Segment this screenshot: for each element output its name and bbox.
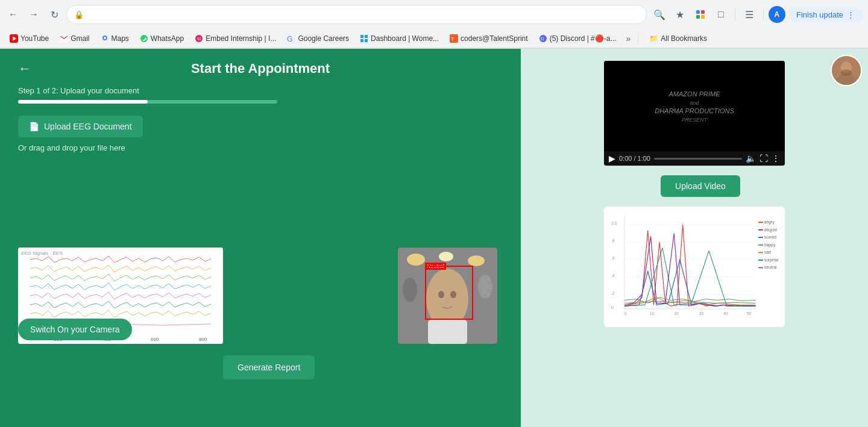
svg-rect-0 bbox=[696, 10, 700, 14]
profile-avatar[interactable]: A bbox=[769, 6, 785, 23]
svg-text:scared: scared bbox=[764, 235, 777, 239]
whatsapp-icon bbox=[140, 34, 148, 43]
bookmark-embed-label: Embed Internship | I... bbox=[206, 34, 276, 43]
progress-bar-container bbox=[18, 100, 277, 104]
camera-feed: Neutral bbox=[398, 248, 497, 344]
search-button[interactable]: 🔍 bbox=[650, 5, 668, 23]
dashboard-icon bbox=[360, 34, 368, 43]
video-title-line3: DHARMA PRODUCTIONS bbox=[655, 106, 734, 117]
youtube-icon bbox=[10, 34, 18, 43]
bookmark-discord[interactable]: D (5) Discord | #🔴-a... bbox=[534, 33, 621, 45]
bookmark-youtube[interactable]: YouTube bbox=[5, 33, 54, 45]
bookmark-maps-label: Maps bbox=[112, 34, 129, 43]
svg-rect-13 bbox=[360, 35, 363, 38]
bookmarks-overflow-button[interactable]: » bbox=[622, 32, 634, 45]
video-title-line2: and bbox=[655, 100, 734, 106]
bookmark-discord-label: (5) Discord | #🔴-a... bbox=[550, 34, 617, 43]
svg-text:0: 0 bbox=[611, 305, 614, 310]
avatar bbox=[831, 55, 862, 86]
browser-chrome: ← → ↻ 🔒 localhost:5173/therapist 🔍 ★ □ ☰… bbox=[0, 0, 868, 49]
svg-rect-14 bbox=[365, 35, 368, 38]
svg-point-31 bbox=[403, 278, 417, 302]
svg-text:surprise: surprise bbox=[764, 258, 779, 263]
svg-rect-3 bbox=[701, 15, 705, 19]
video-title-line1: AMAZON PRIME bbox=[655, 89, 734, 100]
svg-rect-72 bbox=[758, 260, 763, 261]
bookmark-google-careers[interactable]: G Google Careers bbox=[282, 33, 354, 45]
bookmark-star-button[interactable]: ★ bbox=[671, 5, 689, 23]
switch-camera-button[interactable]: Switch On your Camera bbox=[18, 319, 132, 340]
upload-video-button[interactable]: Upload Video bbox=[661, 175, 740, 197]
address-bar: 🔒 localhost:5173/therapist bbox=[66, 5, 647, 24]
svg-text:disgust: disgust bbox=[764, 228, 778, 232]
reload-button[interactable]: ↻ bbox=[46, 6, 63, 23]
face-detection-box bbox=[425, 266, 473, 320]
finish-update-button[interactable]: Finish update ⋮ bbox=[788, 7, 863, 23]
embed-icon: W bbox=[195, 34, 203, 43]
bookmark-google-careers-label: Google Careers bbox=[298, 34, 349, 43]
svg-rect-15 bbox=[360, 39, 363, 42]
svg-rect-34 bbox=[428, 320, 467, 344]
gmail-icon bbox=[60, 34, 68, 43]
svg-text:sad: sad bbox=[764, 250, 771, 254]
right-panel: AMAZON PRIME and DHARMA PRODUCTIONS PRES… bbox=[521, 49, 868, 427]
video-fullscreen-button[interactable]: ⛶ bbox=[760, 154, 768, 163]
svg-text:EEG Signals - EEG: EEG Signals - EEG bbox=[21, 251, 63, 256]
extension2-button[interactable]: □ bbox=[712, 5, 730, 23]
extension1-button[interactable] bbox=[691, 5, 709, 23]
svg-rect-70 bbox=[758, 252, 763, 253]
svg-text:T: T bbox=[451, 36, 454, 42]
back-navigation-button[interactable]: ← bbox=[18, 61, 31, 76]
forward-button[interactable]: → bbox=[25, 6, 42, 23]
svg-text:W: W bbox=[197, 37, 201, 41]
video-more-button[interactable]: ⋮ bbox=[772, 154, 780, 163]
talentsprint-icon: T bbox=[450, 34, 458, 43]
svg-text:happy: happy bbox=[764, 243, 776, 248]
svg-text:.6: .6 bbox=[611, 256, 615, 260]
browser-toolbar: ← → ↻ 🔒 localhost:5173/therapist 🔍 ★ □ ☰… bbox=[0, 0, 868, 29]
video-screen: AMAZON PRIME and DHARMA PRODUCTIONS PRES… bbox=[604, 61, 785, 151]
all-bookmarks-label: All Bookmarks bbox=[661, 34, 707, 43]
bookmark-dashboard-label: Dashboard | Wome... bbox=[371, 34, 439, 43]
bookmark-gmail[interactable]: Gmail bbox=[55, 33, 94, 45]
svg-text:40: 40 bbox=[723, 311, 728, 316]
all-bookmarks-button[interactable]: 📁 All Bookmarks bbox=[644, 33, 712, 45]
bookmark-talentsprint[interactable]: T coders@TalentSprint bbox=[445, 33, 533, 45]
bookmark-talentsprint-label: coders@TalentSprint bbox=[461, 34, 528, 43]
svg-rect-2 bbox=[696, 15, 700, 19]
maps-icon bbox=[101, 34, 109, 43]
bookmark-maps[interactable]: Maps bbox=[96, 33, 134, 45]
main-content: ← Start the Appointment Step 1 of 2: Upl… bbox=[0, 49, 868, 427]
emotion-chart: 1.0 .8 .6 .4 .2 0 0 10 20 30 40 50 bbox=[604, 207, 785, 327]
upload-eeg-button[interactable]: 📄 Upload EEG Document bbox=[18, 116, 143, 137]
back-button[interactable]: ← bbox=[5, 6, 22, 23]
sidebar-button[interactable]: ☰ bbox=[740, 5, 758, 23]
video-volume-button[interactable]: 🔈 bbox=[746, 154, 756, 163]
bookmark-youtube-label: YouTube bbox=[20, 34, 49, 43]
video-time: 0:00 / 1:00 bbox=[619, 155, 650, 162]
toolbar-right: 🔍 ★ □ ☰ A Finish update ⋮ bbox=[650, 5, 863, 23]
svg-text:50: 50 bbox=[747, 311, 752, 316]
svg-rect-62 bbox=[758, 222, 763, 223]
bookmark-dashboard[interactable]: Dashboard | Wome... bbox=[355, 33, 444, 45]
svg-rect-64 bbox=[758, 229, 763, 231]
svg-text:angry: angry bbox=[764, 220, 775, 225]
url-input[interactable]: localhost:5173/therapist bbox=[89, 10, 639, 19]
toolbar-divider bbox=[735, 8, 735, 20]
bookmark-embed[interactable]: W Embed Internship | I... bbox=[190, 33, 281, 45]
bookmark-gmail-label: Gmail bbox=[71, 34, 89, 43]
svg-text:D: D bbox=[541, 36, 544, 42]
generate-report-button[interactable]: Generate Report bbox=[223, 355, 315, 379]
video-play-button[interactable]: ▶ bbox=[609, 154, 615, 163]
video-title-line4: PRESENT bbox=[655, 117, 734, 123]
svg-point-32 bbox=[478, 275, 492, 299]
svg-rect-1 bbox=[701, 10, 705, 14]
camera-feed-inner: Neutral bbox=[398, 248, 497, 344]
upload-eeg-label: Upload EEG Document bbox=[44, 122, 132, 131]
folder-icon: 📁 bbox=[649, 34, 658, 43]
video-progress-bar[interactable] bbox=[654, 158, 742, 160]
bookmark-whatsapp[interactable]: WhatsApp bbox=[135, 33, 189, 45]
finish-update-label: Finish update bbox=[796, 10, 843, 19]
page-title: Start the Appointment bbox=[18, 61, 503, 76]
svg-point-9 bbox=[140, 35, 148, 42]
